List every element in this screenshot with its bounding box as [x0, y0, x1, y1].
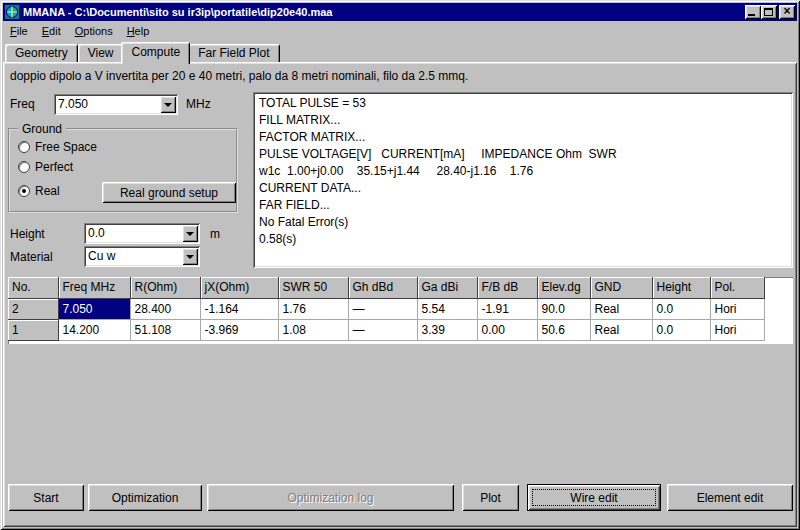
optimization-button[interactable]: Optimization	[88, 484, 202, 511]
output-line: 0.58(s)	[259, 231, 787, 248]
table-cell[interactable]: 1.76	[278, 298, 348, 319]
table-header-row: No. Freq MHz R(Ohm) jX(Ohm) SWR 50 Gh dB…	[8, 277, 764, 298]
ground-legend: Ground	[18, 122, 66, 136]
table-row[interactable]: 1 14.200 51.108 -3.969 1.08 — 3.39 0.00 …	[8, 319, 764, 340]
real-ground-setup-button[interactable]: Real ground setup	[102, 182, 236, 203]
table-cell[interactable]: 28.400	[130, 298, 200, 319]
output-line: w1c 1.00+j0.00 35.15+j1.44 28.40-j1.16 1…	[259, 163, 787, 180]
column-header[interactable]: SWR 50	[278, 277, 348, 298]
menu-item-options[interactable]: Options	[68, 23, 120, 39]
table-cell[interactable]: 1.08	[278, 319, 348, 340]
table-cell[interactable]: 3.39	[417, 319, 477, 340]
height-unit-label: m	[210, 227, 220, 241]
freq-combobox[interactable]: 7.050	[54, 94, 178, 115]
table-cell[interactable]: 90.0	[537, 298, 590, 319]
radio-free-space-label: Free Space	[35, 140, 97, 154]
minimize-icon	[748, 14, 755, 16]
tab-far-field-plot[interactable]: Far Field Plot	[188, 44, 279, 62]
table-cell[interactable]: 0.0	[652, 319, 710, 340]
column-header[interactable]: Ga dBi	[417, 277, 477, 298]
radio-free-space[interactable]: Free Space	[18, 140, 97, 154]
height-label: Height	[10, 227, 45, 241]
column-header[interactable]: Freq MHz	[58, 277, 130, 298]
wire-edit-button[interactable]: Wire edit	[527, 484, 661, 511]
window-title: MMANA - C:\Documenti\sito su ir3ip\porta…	[23, 6, 797, 18]
table-cell[interactable]: Real	[590, 298, 652, 319]
material-combobox[interactable]: Cu w	[84, 246, 200, 267]
column-header[interactable]: Elev.dg	[537, 277, 590, 298]
freq-value: 7.050	[58, 97, 88, 111]
material-dropdown-button[interactable]	[182, 248, 198, 265]
menu-item-help[interactable]: Help	[120, 23, 157, 39]
table-cell-selected[interactable]: 7.050	[58, 298, 130, 319]
table-cell[interactable]: 0.0	[652, 298, 710, 319]
chevron-down-icon	[186, 255, 194, 259]
table-cell[interactable]: -1.91	[477, 298, 537, 319]
tab-geometry[interactable]: Geometry	[5, 44, 78, 62]
radio-perfect-label: Perfect	[35, 160, 73, 174]
freq-dropdown-button[interactable]	[160, 96, 176, 113]
table-cell[interactable]: 0.00	[477, 319, 537, 340]
table-cell[interactable]: Hori	[710, 298, 764, 319]
output-line: FACTOR MATRIX...	[259, 129, 787, 146]
element-edit-button[interactable]: Element edit	[667, 484, 793, 511]
height-dropdown-button[interactable]	[182, 225, 198, 242]
column-header[interactable]: GND	[590, 277, 652, 298]
table-cell[interactable]: Hori	[710, 319, 764, 340]
maximize-button[interactable]	[761, 5, 777, 19]
radio-real[interactable]: Real	[18, 184, 60, 198]
table-cell[interactable]: -3.969	[200, 319, 278, 340]
optimization-log-button[interactable]: Optimization log	[207, 484, 454, 511]
antenna-description: doppio dipolo a V invertita per 20 e 40 …	[10, 69, 468, 83]
table-cell[interactable]: -1.164	[200, 298, 278, 319]
material-label: Material	[10, 250, 53, 264]
table-cell[interactable]: Real	[590, 319, 652, 340]
output-line: FAR FIELD...	[259, 197, 787, 214]
table-cell[interactable]: 51.108	[130, 319, 200, 340]
table-cell[interactable]: 50.6	[537, 319, 590, 340]
tab-view[interactable]: View	[78, 44, 124, 62]
column-header[interactable]: jX(Ohm)	[200, 277, 278, 298]
app-window: MMANA - C:\Documenti\sito su ir3ip\porta…	[0, 0, 800, 530]
menubar: File Edit Options Help	[3, 21, 797, 40]
material-value: Cu w	[88, 249, 115, 263]
column-header[interactable]: R(Ohm)	[130, 277, 200, 298]
tab-bar: Geometry View Compute Far Field Plot	[5, 44, 280, 64]
table-cell[interactable]: 14.200	[58, 319, 130, 340]
row-header[interactable]: 2	[8, 298, 58, 319]
plot-button[interactable]: Plot	[462, 484, 519, 511]
table-cell[interactable]: —	[348, 319, 417, 340]
freq-label: Freq	[10, 97, 35, 111]
menu-item-edit[interactable]: Edit	[35, 23, 68, 39]
table-cell[interactable]: —	[348, 298, 417, 319]
maximize-icon	[764, 8, 773, 16]
row-header[interactable]: 1	[8, 319, 58, 340]
column-header[interactable]: Gh dBd	[348, 277, 417, 298]
app-icon[interactable]	[5, 5, 19, 19]
menu-item-file[interactable]: File	[3, 23, 35, 39]
column-header[interactable]: Pol.	[710, 277, 764, 298]
tab-compute[interactable]: Compute	[121, 42, 190, 64]
output-line: PULSE VOLTAGE[V] CURRENT[mA] IMPEDANCE O…	[259, 146, 787, 163]
chevron-down-icon	[164, 103, 172, 107]
close-button[interactable]: ×	[779, 5, 795, 19]
radio-checked-icon	[18, 185, 30, 197]
height-combobox[interactable]: 0.0	[84, 223, 200, 244]
chevron-down-icon	[186, 232, 194, 236]
output-line: CURRENT DATA...	[259, 180, 787, 197]
radio-icon	[18, 161, 30, 173]
height-value: 0.0	[88, 226, 105, 240]
radio-perfect[interactable]: Perfect	[18, 160, 73, 174]
table-row[interactable]: 2 7.050 28.400 -1.164 1.76 — 5.54 -1.91 …	[8, 298, 764, 319]
titlebar: MMANA - C:\Documenti\sito su ir3ip\porta…	[3, 3, 797, 21]
column-header[interactable]: Height	[652, 277, 710, 298]
output-line: FILL MATRIX...	[259, 112, 787, 129]
ground-groupbox: Ground Free Space Perfect Real Real grou…	[8, 128, 238, 213]
column-header[interactable]: F/B dB	[477, 277, 537, 298]
results-table: No. Freq MHz R(Ohm) jX(Ohm) SWR 50 Gh dB…	[8, 277, 765, 341]
start-button[interactable]: Start	[8, 484, 84, 511]
table-cell[interactable]: 5.54	[417, 298, 477, 319]
minimize-button[interactable]	[745, 5, 761, 19]
compute-output[interactable]: TOTAL PULSE = 53 FILL MATRIX... FACTOR M…	[253, 92, 793, 268]
column-header[interactable]: No.	[8, 277, 58, 298]
